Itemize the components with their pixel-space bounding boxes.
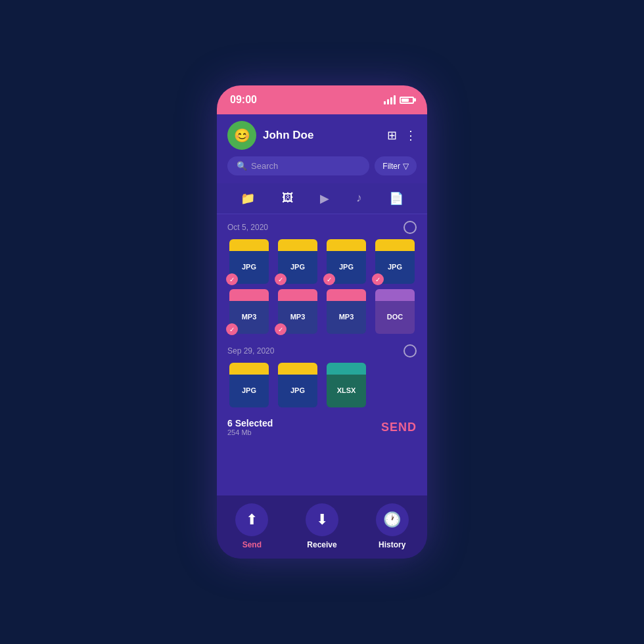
tab-music[interactable]: ♪ xyxy=(352,190,366,207)
date-header-sep: Sep 29, 2020 xyxy=(227,344,417,357)
receive-icon: ⬇ xyxy=(306,503,338,536)
file-item[interactable]: MP3 ✓ xyxy=(227,289,271,334)
file-tag xyxy=(278,289,317,301)
status-time: 09:00 xyxy=(230,94,257,106)
date-header-oct: Oct 5, 2020 xyxy=(227,221,417,234)
file-card-xlsx: XLSX xyxy=(327,363,366,407)
file-item[interactable]: JPG xyxy=(227,363,271,407)
date-section-sep: Sep 29, 2020 JPG JPG xyxy=(217,338,427,411)
files-grid-sep: JPG JPG XLSX xyxy=(227,363,417,407)
search-bar: 🔍 Search Filter ▽ xyxy=(227,156,417,183)
nav-item-history[interactable]: 🕐 History xyxy=(369,503,415,549)
tab-document[interactable]: 📄 xyxy=(385,190,407,207)
file-item[interactable]: JPG ✓ xyxy=(373,239,417,284)
signal-icon xyxy=(384,95,396,104)
file-type-label: DOC xyxy=(387,313,403,321)
selection-bar: 6 Selected 254 Mb SEND xyxy=(217,411,427,443)
send-selected-button[interactable]: SEND xyxy=(381,421,417,434)
grid-view-icon[interactable]: ⊞ xyxy=(387,128,397,143)
file-item[interactable]: JPG ✓ xyxy=(276,239,319,284)
send-nav-label: Send xyxy=(242,540,262,549)
file-tag xyxy=(229,363,269,375)
status-icons xyxy=(384,95,414,104)
filter-label: Filter xyxy=(382,162,400,171)
receive-nav-label: Receive xyxy=(307,540,336,549)
selection-info: 6 Selected 254 Mb xyxy=(227,418,273,436)
file-tag xyxy=(229,289,269,301)
file-tag xyxy=(327,289,366,301)
filter-button[interactable]: Filter ▽ xyxy=(375,156,417,175)
file-type-label: XLSX xyxy=(337,386,356,394)
selection-count: 6 Selected xyxy=(227,418,273,428)
file-card-jpg: JPG xyxy=(229,363,269,407)
tab-image[interactable]: 🖼 xyxy=(278,190,298,207)
file-item[interactable]: JPG ✓ xyxy=(325,239,368,284)
file-item[interactable]: JPG ✓ xyxy=(227,239,271,284)
tab-folder[interactable]: 📁 xyxy=(237,190,259,207)
user-info: 😊 John Doe xyxy=(227,121,313,150)
date-label-oct: Oct 5, 2020 xyxy=(227,223,268,232)
check-badge: ✓ xyxy=(226,273,238,285)
files-grid-oct: JPG ✓ JPG ✓ JPG xyxy=(227,239,417,334)
check-badge: ✓ xyxy=(226,323,238,335)
file-type-label: JPG xyxy=(242,263,256,271)
check-badge: ✓ xyxy=(275,323,287,335)
file-type-label: JPG xyxy=(290,386,305,394)
file-type-label: JPG xyxy=(388,263,402,271)
file-item[interactable]: XLSX xyxy=(325,363,368,407)
file-tag xyxy=(327,363,366,375)
file-type-label: JPG xyxy=(290,263,305,271)
history-nav-label: History xyxy=(379,540,405,549)
file-card-doc: DOC xyxy=(375,289,415,334)
file-item[interactable]: DOC xyxy=(373,289,417,334)
phone-frame: 09:00 😊 John Doe ⊞ ⋮ xyxy=(217,85,427,559)
file-tag xyxy=(278,363,317,375)
selection-size: 254 Mb xyxy=(227,428,273,436)
nav-item-receive[interactable]: ⬇ Receive xyxy=(299,503,345,549)
select-all-sep[interactable] xyxy=(403,344,417,357)
file-tag xyxy=(375,239,415,251)
file-type-label: MP3 xyxy=(290,313,306,321)
user-name: John Doe xyxy=(263,129,313,142)
battery-icon xyxy=(400,97,414,104)
file-tag xyxy=(327,239,366,251)
avatar: 😊 xyxy=(227,121,256,150)
header-top: 😊 John Doe ⊞ ⋮ xyxy=(227,121,417,150)
file-item[interactable]: JPG xyxy=(276,363,319,407)
send-icon: ⬆ xyxy=(235,503,268,536)
tab-video[interactable]: ▶ xyxy=(316,190,333,207)
file-item[interactable]: MP3 xyxy=(325,289,368,334)
header-actions: ⊞ ⋮ xyxy=(387,128,417,143)
file-card-mp3: MP3 xyxy=(327,289,366,334)
file-tag xyxy=(229,239,269,251)
file-card-jpg: JPG xyxy=(278,363,317,407)
more-options-icon[interactable]: ⋮ xyxy=(405,128,417,143)
check-badge: ✓ xyxy=(275,273,287,285)
file-type-label: MP3 xyxy=(339,313,354,321)
nav-item-send[interactable]: ⬆ Send xyxy=(229,503,275,549)
status-bar: 09:00 xyxy=(217,85,427,114)
header: 😊 John Doe ⊞ ⋮ 🔍 Search Filter ▽ xyxy=(217,114,427,183)
main-content: Oct 5, 2020 JPG ✓ JPG xyxy=(217,214,427,495)
bottom-nav: ⬆ Send ⬇ Receive 🕐 History xyxy=(217,495,427,559)
file-type-label: JPG xyxy=(242,386,256,394)
date-section-oct: Oct 5, 2020 JPG ✓ JPG xyxy=(217,214,427,338)
file-type-label: JPG xyxy=(339,263,354,271)
search-icon: 🔍 xyxy=(237,161,247,171)
date-label-sep: Sep 29, 2020 xyxy=(227,346,274,356)
filter-icon: ▽ xyxy=(403,162,409,171)
search-input-wrapper[interactable]: 🔍 Search xyxy=(227,156,369,175)
check-badge: ✓ xyxy=(372,273,384,285)
file-tag xyxy=(278,239,317,251)
history-icon: 🕐 xyxy=(376,503,409,536)
check-badge: ✓ xyxy=(323,273,335,285)
file-type-tabs: 📁 🖼 ▶ ♪ 📄 xyxy=(217,183,427,214)
file-tag xyxy=(375,289,415,301)
file-type-label: MP3 xyxy=(242,313,257,321)
select-all-oct[interactable] xyxy=(403,221,417,234)
search-placeholder: Search xyxy=(251,161,278,171)
file-item[interactable]: MP3 ✓ xyxy=(276,289,319,334)
